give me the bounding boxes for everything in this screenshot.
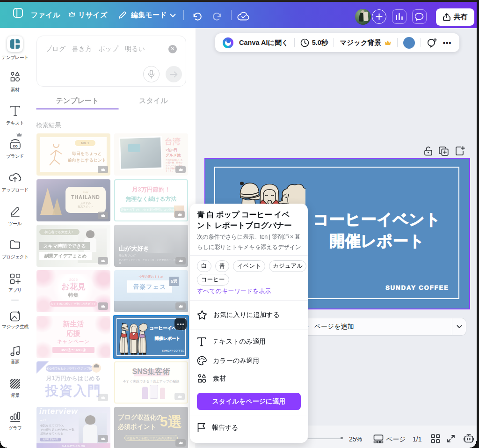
svg-text:co: co	[13, 144, 18, 148]
